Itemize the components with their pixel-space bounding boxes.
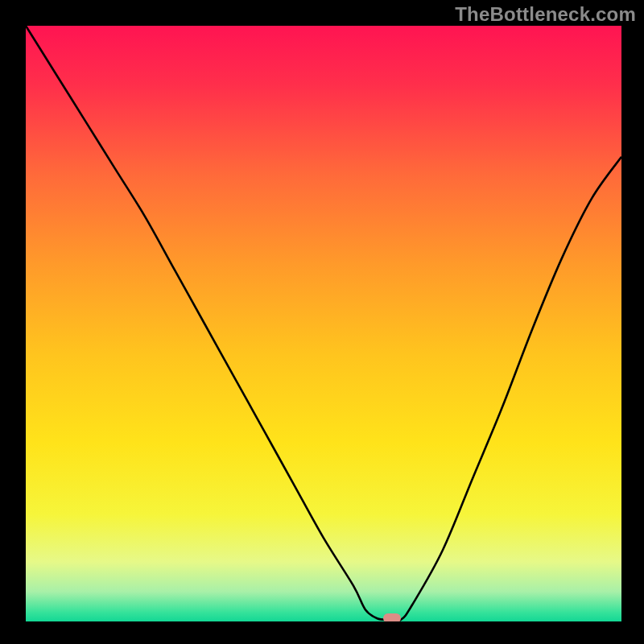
chart-plot-area: [26, 26, 621, 621]
watermark: TheBottleneck.com: [455, 3, 636, 26]
chart-curve: [26, 26, 621, 621]
chart-min-marker: [383, 613, 401, 621]
